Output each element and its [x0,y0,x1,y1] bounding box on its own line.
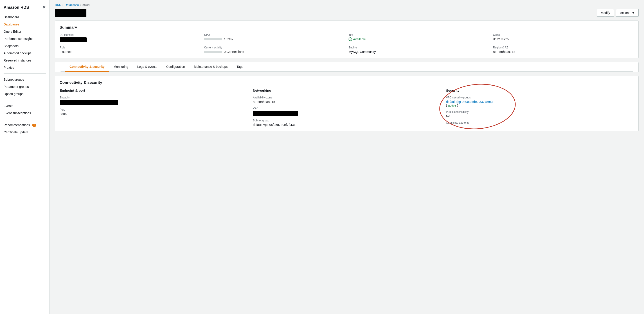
role-label: Role [60,46,200,49]
sidebar-item-databases[interactable]: Databases [0,21,49,28]
endpoint-port-section: Endpoint & port Endpoint Port 3306 [60,89,248,127]
sidebar-item-query-editor[interactable]: Query Editor [0,28,49,35]
vpc-label: VPC [253,107,441,110]
page-header: Modify Actions ▼ [50,9,644,21]
summary-info: Info ✓ Available [348,33,490,42]
networking-title: Networking [253,89,441,92]
status-value: Available [353,37,366,41]
tab-monitoring[interactable]: Monitoring [109,62,133,72]
sidebar-header: Amazon RDS ✕ [0,2,49,14]
security-title: Security [446,89,634,92]
divider-3 [4,119,46,119]
sidebar: Amazon RDS ✕ Dashboard Databases Query E… [0,0,50,314]
actions-button[interactable]: Actions ▼ [616,9,638,17]
subnet-group-value: default-vpc-05f95a7a0ef7ff431 [253,123,441,127]
tab-tags[interactable]: Tags [232,62,248,72]
sidebar-item-proxies[interactable]: Proxies [0,64,49,71]
sidebar-item-dashboard[interactable]: Dashboard [0,14,49,21]
divider-2 [4,100,46,100]
cpu-bar-container: 1.33% [204,37,345,41]
db-identifier-value-redacted [60,37,87,42]
cpu-label: CPU [204,33,345,37]
summary-card: Summary DB identifier CPU 1.33% Info [55,21,638,58]
cpu-bar [204,38,222,40]
endpoint-port-title: Endpoint & port [60,89,248,92]
sidebar-item-events[interactable]: Events [0,102,49,110]
subnet-group-label: Subnet group [253,119,441,122]
summary-role: Role Instance [60,46,200,54]
sidebar-item-parameter-groups[interactable]: Parameter groups [0,83,49,90]
role-value: Instance [60,50,200,54]
summary-region-az: Region & AZ ap-northeast-1c [493,46,634,54]
security-section: Security VPC security groups default (sg… [446,89,634,127]
breadcrumb: RDS › Databases › enishi [50,0,644,9]
endpoint-value-redacted [60,100,118,105]
connections-bar [204,51,222,53]
cpu-bar-fill [204,38,204,40]
breadcrumb-rds[interactable]: RDS [55,3,61,7]
region-az-value: ap-northeast-1c [493,50,634,54]
class-label: Class [493,33,634,37]
summary-title: Summary [60,25,634,30]
cpu-value: 1.33% [224,37,233,41]
summary-class: Class db.t2.micro [493,33,634,42]
region-az-label: Region & AZ [493,46,634,49]
endpoint-label: Endpoint [60,96,248,99]
tab-maintenance-backups[interactable]: Maintenance & backups [190,62,232,72]
connectivity-grid: Endpoint & port Endpoint Port 3306 Netwo… [60,89,634,127]
recommendations-badge: 1 [32,124,36,127]
divider-1 [4,73,46,74]
summary-engine: Engine MySQL Community [348,46,490,54]
info-label: Info [348,33,490,37]
summary-activity: Current activity 0 Connections [204,46,345,54]
sidebar-item-option-groups[interactable]: Option groups [0,90,49,98]
sidebar-nav-mid: Subnet groups Parameter groups Option gr… [0,76,49,98]
sidebar-item-snapshots[interactable]: Snapshots [0,42,49,50]
modify-button[interactable]: Modify [597,9,614,17]
db-identifier-label: DB identifier [60,33,200,37]
breadcrumb-current: enishi [82,3,90,7]
engine-value: MySQL Community [348,50,490,54]
sidebar-item-performance-insights[interactable]: Performance Insights [0,35,49,42]
sidebar-nav-bot: Events Event subscriptions [0,102,49,117]
available-icon: ✓ [348,37,352,41]
breadcrumb-databases[interactable]: Databases [65,3,79,7]
active-status: active [448,104,456,107]
connectivity-section-title: Connectivity & security [60,80,634,85]
public-accessibility-label: Public accessibility [446,110,634,114]
sidebar-item-automated-backups[interactable]: Automated backups [0,50,49,57]
class-value: db.t2.micro [493,37,634,41]
sidebar-nav-top: Dashboard Databases Query Editor Perform… [0,14,49,71]
tab-configuration[interactable]: Configuration [162,62,190,72]
sidebar-item-certificate-update[interactable]: Certificate update [0,129,49,136]
vpc-security-group-link[interactable]: default (sg-0b003d5b4e3377894) [446,100,492,104]
sidebar-item-subnet-groups[interactable]: Subnet groups [0,76,49,83]
actions-chevron-icon: ▼ [632,11,635,15]
open-paren: ( [446,104,448,107]
close-icon[interactable]: ✕ [42,5,46,10]
connections-bar-container: 0 Connections [204,50,345,54]
breadcrumb-sep-1: › [62,3,63,7]
vpc-security-groups-label: VPC security groups [446,96,634,99]
main-content: RDS › Databases › enishi Modify Actions … [50,0,644,314]
engine-label: Engine [348,46,490,49]
close-paren: ) [457,104,458,107]
vpc-security-group-entry: default (sg-0b003d5b4e3377894) [446,100,634,104]
db-title-redacted [55,9,86,17]
sidebar-nav-extra: Recommendations 1 Certificate update [0,121,49,136]
sidebar-item-reserved-instances[interactable]: Reserved instances [0,57,49,64]
sidebar-item-event-subscriptions[interactable]: Event subscriptions [0,110,49,117]
activity-label: Current activity [204,46,345,49]
vpc-value-redacted [253,111,298,116]
active-status-container: ( active ) [446,104,634,107]
tabs-container: Connectivity & security Monitoring Logs … [55,62,638,72]
availability-zone-value: ap-northeast-1c [253,100,441,104]
tab-logs-events[interactable]: Logs & events [133,62,162,72]
sidebar-item-recommendations[interactable]: Recommendations 1 [0,121,49,129]
summary-cpu: CPU 1.33% [204,33,345,42]
status-available: ✓ Available [348,37,490,41]
port-label: Port [60,108,248,111]
connectivity-card: Connectivity & security Endpoint & port … [55,76,638,131]
tab-connectivity[interactable]: Connectivity & security [65,62,109,72]
breadcrumb-sep-2: › [80,3,81,7]
